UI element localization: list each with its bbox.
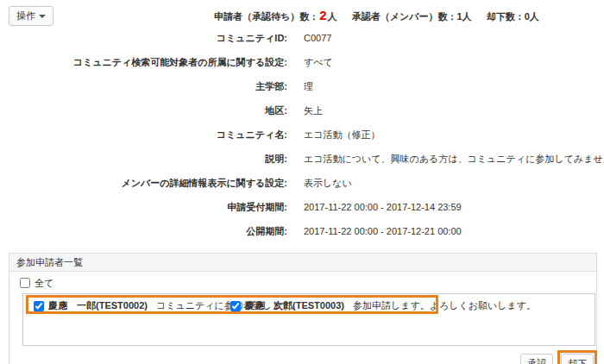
applicant-item-2: 慶應 次郎(TEST0003) 参加申請します。よろしくお願いします。	[230, 299, 536, 312]
detail-value: エコ活動について、興味のある方は、コミュニティに参加してみませんか。公開対象を全…	[304, 153, 604, 166]
stat-approved-count: 1人	[456, 11, 471, 22]
detail-row-community-id: コミュニティID: C0077	[0, 26, 604, 50]
detail-row-main-faculty: 主学部: 理	[0, 74, 604, 98]
stat-approved-members: 承認者（メンバー）数：1人	[352, 11, 472, 22]
operations-dropdown-button[interactable]: 操作	[9, 6, 53, 26]
detail-label: メンバーの詳細情報表示に関する設定:	[0, 177, 287, 190]
chevron-down-icon	[39, 15, 46, 18]
detail-row-district: 地区: 矢上	[0, 98, 604, 122]
stat-rejected-label: 却下数：	[487, 11, 525, 22]
application-stats: 申請者（承認待ち）数：2人 承認者（メンバー）数：1人 却下数：0人	[214, 8, 551, 23]
detail-label: コミュニティ検索可能対象者の所属に関する設定:	[0, 56, 287, 69]
top-toolbar: 操作 申請者（承認待ち）数：2人 承認者（メンバー）数：1人 却下数：0人	[0, 0, 604, 26]
detail-row-member-info-display: メンバーの詳細情報表示に関する設定: 表示しない	[0, 171, 604, 195]
applicants-row: 慶應 一郎(TEST0002) コミュニティに参加希望します。 慶應 次郎(TE…	[23, 294, 595, 312]
applicants-panel-body: 全て 慶應 一郎(TEST0002) コミュニティに参加希望します。 慶應 次郎…	[9, 272, 596, 364]
applicant-1-name: 慶應 一郎(TEST0002)	[48, 299, 148, 312]
detail-value: 表示しない	[304, 177, 352, 190]
applicant-2-name: 慶應 次郎(TEST0003)	[245, 299, 344, 312]
community-detail-list: コミュニティID: C0077 コミュニティ検索可能対象者の所属に関する設定: …	[0, 26, 604, 243]
detail-row-community-name: コミュニティ名: エコ活動（修正）	[0, 122, 604, 147]
select-all-checkbox[interactable]	[20, 278, 30, 288]
operations-dropdown-label: 操作	[16, 10, 35, 21]
stat-pending-unit: 人	[328, 11, 337, 22]
stat-approved-label: 承認者（メンバー）数：	[352, 11, 457, 22]
applicant-item-1: 慶應 一郎(TEST0002) コミュニティに参加希望します。	[34, 299, 230, 312]
stat-rejected-count: 0人	[525, 11, 539, 22]
applicants-panel: 参加申請者一覧 全て 慶應 一郎(TEST0002) コミュニティに参加希望しま…	[9, 253, 597, 364]
applicant-2-message: 参加申請します。よろしくお願いします。	[353, 299, 536, 312]
detail-value: エコ活動（修正）	[304, 129, 381, 141]
detail-value: 2017-11-22 00:00 - 2017-12-21 00:00	[304, 226, 462, 236]
detail-label: 申請受付期間:	[0, 201, 287, 214]
applicants-panel-title: 参加申請者一覧	[9, 254, 596, 272]
detail-label: 地区:	[0, 104, 287, 117]
detail-row-application-period: 申請受付期間: 2017-11-22 00:00 - 2017-12-14 23…	[0, 195, 604, 219]
select-all-row: 全て	[20, 275, 589, 291]
stat-pending-count: 2	[318, 8, 327, 22]
detail-value: すべて	[304, 56, 333, 69]
approve-button[interactable]: 承認	[520, 354, 553, 364]
detail-label: コミュニティID:	[0, 32, 287, 45]
stat-pending-label: 申請者（承認待ち）数：	[214, 11, 318, 22]
detail-value: 矢上	[304, 104, 323, 117]
detail-label: 説明:	[0, 153, 287, 166]
reject-button[interactable]: 却下	[561, 354, 594, 364]
select-all-label: 全て	[35, 277, 53, 290]
detail-value: 理	[304, 80, 313, 93]
applicants-listbox[interactable]: 慶應 一郎(TEST0002) コミュニティに参加希望します。 慶應 次郎(TE…	[22, 293, 595, 346]
stat-rejected: 却下数：0人	[487, 11, 539, 22]
detail-label: 主学部:	[0, 80, 287, 93]
applicant-1-checkbox[interactable]	[34, 301, 44, 311]
detail-row-public-period: 公開期間: 2017-11-22 00:00 - 2017-12-21 00:0…	[0, 219, 604, 243]
reject-highlight-annotation: 却下	[557, 350, 597, 364]
detail-label: 公開期間:	[0, 225, 287, 238]
detail-value: C0077	[304, 33, 331, 43]
detail-label: コミュニティ名:	[0, 129, 287, 141]
applicant-2-checkbox[interactable]	[230, 301, 241, 311]
stat-pending-applicants: 申請者（承認待ち）数：2人	[214, 11, 337, 22]
detail-row-search-scope: コミュニティ検索可能対象者の所属に関する設定: すべて	[0, 50, 604, 74]
detail-row-description: 説明: エコ活動について、興味のある方は、コミュニティに参加してみませんか。公開…	[0, 147, 604, 171]
detail-value: 2017-11-22 00:00 - 2017-12-14 23:59	[304, 202, 462, 212]
panel-action-buttons: 承認 却下	[16, 350, 589, 364]
